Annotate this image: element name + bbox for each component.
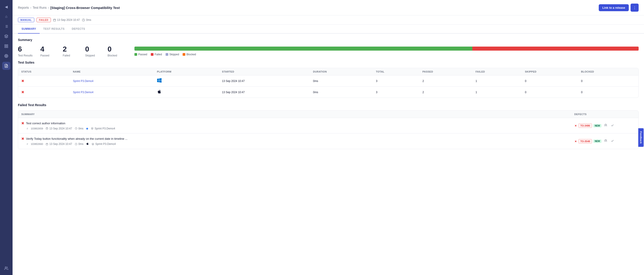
breadcrumb-sep-2: › (48, 6, 49, 9)
meta-date-val-1: 13 Sep 2024 10:47 (49, 127, 72, 130)
sidebar-icon-target[interactable] (2, 52, 10, 60)
row1-status: ✖ (18, 75, 70, 87)
row1-skipped: 0 (522, 75, 578, 87)
sidebar-icon-layers[interactable] (2, 32, 10, 40)
breadcrumb-testruns[interactable]: Test Runs (33, 6, 46, 9)
legend-label-failed: Failed (154, 53, 162, 56)
failed-row1-right: ■ TO-3486 NEW (571, 120, 638, 132)
table-row: ✖ Sprint P3.Demo4 13 Sep 2024 10:47 0ms … (18, 75, 638, 87)
legend-dot-skipped (166, 53, 168, 56)
stat-failed-number: 2 (63, 45, 67, 53)
summary-title: Summary (18, 38, 638, 42)
col-status: STATUS (18, 68, 70, 75)
svg-rect-8 (7, 44, 8, 46)
row1-name[interactable]: Sprint P3.Demo4 (70, 75, 154, 87)
stats-row: 6 Test Results 4 Passed 2 Failed 0 Skipp… (18, 45, 638, 57)
row1-failed: 1 (472, 75, 522, 87)
col-name: NAME (70, 68, 154, 75)
sidebar-icon-users[interactable] (2, 264, 10, 272)
legend-failed: Failed (151, 53, 162, 56)
failed-icon-1: ✖ (21, 121, 24, 125)
check-icon-2[interactable] (610, 138, 615, 144)
sidebar-icon-document[interactable] (2, 62, 10, 70)
breadcrumb-reports[interactable]: Reports (18, 6, 29, 9)
meta-dur-val-2: 0ms (78, 142, 84, 146)
failed-result-row-1: ✖ Test correct author information # 1038… (18, 118, 638, 133)
link-release-button[interactable]: Link to a release (599, 4, 629, 11)
legend-label-skipped: Skipped (170, 53, 179, 56)
row1-total: 3 (373, 75, 419, 87)
col-failed: FAILED (472, 68, 522, 75)
col-skipped: SKIPPED (522, 68, 578, 75)
stat-failed: 2 Failed (63, 45, 85, 57)
sidebar-icon-home[interactable]: ⌂ (2, 12, 10, 20)
clock-icon (82, 18, 85, 21)
failed-row2-title: ✖ Verify Today button functionality when… (21, 137, 568, 141)
test-suites-title: Test Suites (18, 61, 638, 64)
svg-marker-27 (91, 127, 93, 129)
row2-passed: 2 (419, 87, 472, 98)
col-platform: PLATFORM (154, 68, 219, 75)
stat-blocked: 0 Blocked (108, 45, 130, 57)
legend-label-blocked: Blocked (186, 53, 196, 56)
row1-started: 13 Sep 2024 10:47 (219, 75, 310, 87)
failed-tag: FAILED (36, 18, 51, 22)
meta-suite-1: Sprint P3.Demo4 (91, 127, 115, 130)
col-total: TOTAL (373, 68, 419, 75)
failed-status-icon: ✖ (21, 79, 24, 83)
row2-status: ✖ (18, 87, 70, 98)
defect-icon-2: ■ (574, 140, 577, 143)
sidebar-icon-list[interactable] (2, 22, 10, 30)
row2-duration: 0ms (310, 87, 373, 98)
svg-rect-17 (53, 19, 56, 21)
meta-id-icon-2: # (27, 143, 28, 145)
test-suites-table: STATUS NAME PLATFORM STARTED DURATION TO… (18, 68, 638, 98)
meta-suite-2: Sprint P3.Demo4 (92, 142, 116, 146)
meta-date-1: 13 Sep 2024 10:47 (46, 127, 72, 130)
legend-dot-passed (134, 53, 137, 56)
defect-badge-1: ■ TO-3486 NEW (574, 123, 602, 128)
failed-row1-left: ✖ Test correct author information # 1038… (18, 118, 571, 133)
calendar-icon-2 (46, 143, 48, 145)
meta-dur-1: 0ms (75, 127, 84, 130)
feedback-tab[interactable]: Feedback (638, 128, 644, 147)
duration-meta: 0ms (82, 18, 91, 21)
defect-id-1[interactable]: TO-3486 (578, 123, 592, 128)
windows-icon (157, 79, 162, 83)
failed-results-table: SUMMARY DEFECTS ✖ Test correct author in… (18, 110, 638, 149)
apple-icon (157, 90, 162, 95)
progress-bar (134, 46, 638, 51)
failed-icon-2: ✖ (21, 137, 24, 141)
bug-icon-1[interactable] (603, 123, 608, 129)
sidebar-icon-grid[interactable] (2, 42, 10, 50)
legend-skipped: Skipped (166, 53, 179, 56)
row2-failed: 1 (472, 87, 522, 98)
more-options-button[interactable]: ⋮ (630, 3, 638, 12)
content-area: Summary 6 Test Results 4 Passed 2 Failed… (12, 33, 644, 275)
defect-icon-1: ■ (574, 124, 577, 127)
svg-rect-22 (46, 128, 48, 129)
stat-blocked-label: Blocked (108, 54, 117, 57)
tab-test-results[interactable]: TEST RESULTS (40, 25, 68, 33)
failed-col-summary: SUMMARY (18, 111, 571, 118)
row2-name[interactable]: Sprint P3.Demo4 (70, 87, 154, 98)
tab-summary[interactable]: SUMMARY (18, 25, 40, 33)
legend-blocked: Blocked (182, 53, 196, 56)
defect-id-2[interactable]: TO-3548 (578, 139, 592, 144)
bug-icon-2[interactable] (603, 138, 608, 144)
legend-passed: Passed (134, 53, 147, 56)
sidebar: ◀ ⌂ (0, 0, 12, 275)
legend-dot-failed (151, 53, 154, 56)
failed-status-icon-2: ✖ (21, 90, 24, 94)
calendar-icon-1 (46, 127, 48, 130)
svg-rect-28 (46, 143, 48, 145)
check-icon-1[interactable] (610, 123, 615, 129)
svg-point-16 (5, 267, 6, 268)
row1-passed: 2 (419, 75, 472, 87)
tags-row: MANUAL FAILED 13 Sep 2024 10:47 0ms (12, 15, 644, 25)
svg-rect-9 (5, 46, 6, 48)
sidebar-icon-chevron[interactable]: ◀ (2, 3, 10, 11)
row1-duration: 0ms (310, 75, 373, 87)
tab-defects[interactable]: DEFECTS (68, 25, 89, 33)
stat-skipped: 0 Skipped (85, 45, 108, 57)
